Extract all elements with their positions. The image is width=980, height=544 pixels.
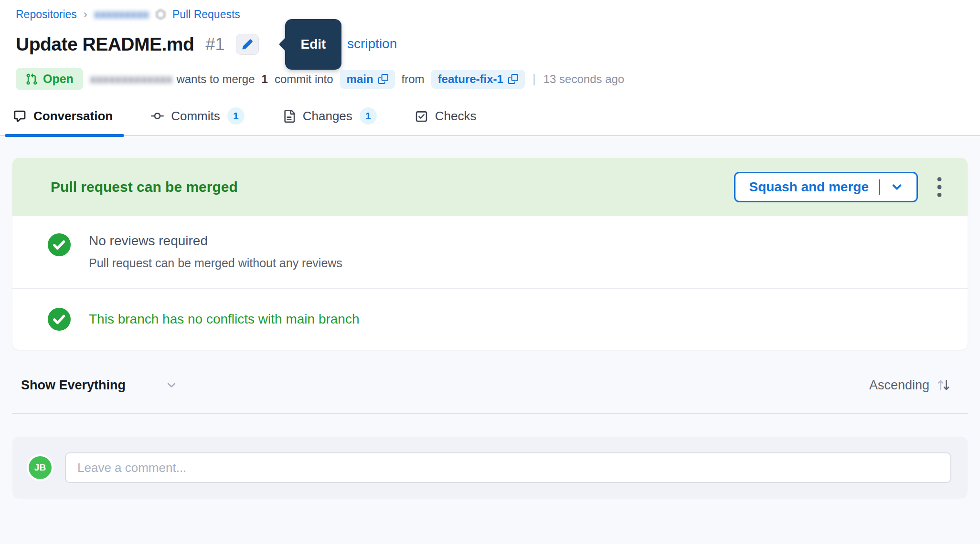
edit-description-link-partial[interactable]: scription bbox=[347, 36, 397, 52]
status-text-mid: commit into bbox=[275, 73, 333, 86]
merge-button-label: Squash and merge bbox=[749, 179, 869, 195]
merge-actions: Squash and merge bbox=[734, 172, 943, 202]
chevron-down-icon[interactable] bbox=[891, 181, 903, 193]
tab-label: Changes bbox=[303, 109, 352, 124]
tab-checks[interactable]: Checks bbox=[415, 109, 477, 124]
copy-icon[interactable] bbox=[508, 74, 518, 84]
tab-conversation[interactable]: Conversation bbox=[13, 109, 113, 124]
pr-status-row: Open xxxxxxxxxxxxx wants to merge 1 comm… bbox=[16, 68, 980, 90]
status-from-word: from bbox=[402, 73, 425, 86]
tab-label: Checks bbox=[435, 109, 477, 124]
merge-banner-title: Pull request can be merged bbox=[51, 179, 238, 195]
review-status-row: No reviews required Pull request can be … bbox=[12, 216, 968, 288]
conversation-panel: Pull request can be merged Squash and me… bbox=[0, 136, 980, 544]
pull-request-page: Repositories › xxxxxxxxx ⬡ Pull Requests… bbox=[0, 0, 980, 544]
file-diff-icon bbox=[283, 110, 296, 123]
git-commit-icon bbox=[151, 110, 164, 123]
repo-visibility-icon: ⬡ bbox=[156, 8, 166, 21]
new-comment-card: JB bbox=[12, 437, 968, 499]
pr-created-time: 13 seconds ago bbox=[543, 73, 624, 86]
git-pull-request-icon bbox=[25, 73, 38, 85]
copy-icon[interactable] bbox=[378, 74, 388, 84]
check-circle-icon bbox=[48, 308, 71, 331]
breadcrumb-separator: › bbox=[84, 8, 87, 21]
pr-tabs: Conversation Commits 1 Change bbox=[0, 107, 980, 136]
tooltip-label: Edit bbox=[301, 37, 326, 52]
kebab-menu-icon bbox=[936, 176, 943, 198]
squash-and-merge-button[interactable]: Squash and merge bbox=[734, 172, 918, 202]
head-branch-pill[interactable]: feature-fix-1 bbox=[431, 70, 525, 89]
chevron-down-icon bbox=[166, 379, 177, 391]
changes-count-badge: 1 bbox=[360, 107, 377, 125]
active-tab-underline bbox=[5, 134, 124, 137]
review-status-text: No reviews required Pull request can be … bbox=[89, 233, 342, 270]
sort-order-toggle[interactable]: Ascending bbox=[869, 377, 951, 393]
pr-title: Update README.md bbox=[16, 34, 194, 55]
breadcrumb-repositories-link[interactable]: Repositories bbox=[16, 8, 77, 21]
pencil-icon bbox=[242, 39, 253, 50]
merge-banner: Pull request can be merged Squash and me… bbox=[12, 158, 968, 216]
tab-label: Conversation bbox=[33, 109, 113, 124]
conflict-status-row: This branch has no conflicts with main b… bbox=[12, 289, 968, 350]
commit-count: 1 bbox=[262, 73, 268, 86]
conflict-status-title: This branch has no conflicts with main b… bbox=[89, 312, 360, 327]
comment-input[interactable] bbox=[65, 452, 951, 483]
merge-button-divider bbox=[879, 179, 880, 195]
review-status-title: No reviews required bbox=[89, 233, 342, 249]
tab-label: Commits bbox=[171, 109, 220, 124]
edit-tooltip: Edit bbox=[285, 19, 341, 70]
sort-label: Ascending bbox=[869, 378, 929, 393]
breadcrumb-repo-name-redacted[interactable]: xxxxxxxxx bbox=[94, 8, 149, 21]
author-name-redacted[interactable]: xxxxxxxxxxxxx bbox=[90, 73, 173, 86]
status-badge: Open bbox=[16, 68, 83, 90]
check-circle-icon bbox=[48, 233, 71, 270]
sort-arrows-icon bbox=[936, 377, 951, 393]
breadcrumb: Repositories › xxxxxxxxx ⬡ Pull Requests bbox=[16, 8, 980, 21]
filter-label: Show Everything bbox=[21, 378, 126, 393]
section-divider bbox=[12, 413, 968, 414]
comment-bubble-icon bbox=[13, 110, 26, 123]
base-branch-label: main bbox=[347, 73, 373, 86]
review-status-subtitle: Pull request can be merged without any r… bbox=[89, 256, 342, 270]
title-row: Update README.md #1 Edit scription bbox=[16, 30, 980, 59]
commits-count-badge: 1 bbox=[227, 107, 245, 125]
breadcrumb-pull-requests-link[interactable]: Pull Requests bbox=[172, 8, 240, 21]
tooltip-arrow bbox=[278, 37, 293, 52]
merge-status-card: Pull request can be merged Squash and me… bbox=[12, 158, 968, 350]
head-branch-label: feature-fix-1 bbox=[438, 73, 503, 86]
checklist-icon bbox=[415, 110, 428, 123]
tab-commits[interactable]: Commits 1 bbox=[151, 107, 245, 125]
status-divider: | bbox=[533, 72, 536, 86]
base-branch-pill[interactable]: main bbox=[340, 70, 395, 89]
edit-title-button[interactable] bbox=[236, 34, 259, 55]
status-text-pre: wants to merge bbox=[176, 73, 255, 86]
avatar: JB bbox=[29, 456, 52, 479]
pr-header: Repositories › xxxxxxxxx ⬡ Pull Requests… bbox=[0, 0, 980, 136]
pr-number: #1 bbox=[205, 34, 224, 54]
tab-changes[interactable]: Changes 1 bbox=[283, 107, 377, 125]
status-badge-label: Open bbox=[43, 72, 74, 86]
show-everything-dropdown[interactable]: Show Everything bbox=[21, 378, 177, 393]
merge-options-kebab-button[interactable] bbox=[936, 176, 943, 198]
timeline-filter-bar: Show Everything Ascending bbox=[21, 377, 951, 393]
